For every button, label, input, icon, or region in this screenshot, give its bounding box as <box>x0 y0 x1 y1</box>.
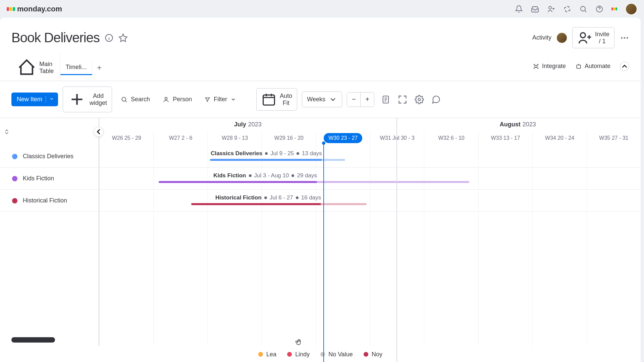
add-view-button[interactable]: + <box>92 60 106 75</box>
bar-label: Classics DeliveriesJul 9 - 2513 days <box>211 150 322 157</box>
favorite-star-icon[interactable] <box>118 33 128 43</box>
svg-point-5 <box>621 37 623 39</box>
svg-point-0 <box>549 6 551 9</box>
svg-point-13 <box>418 98 421 101</box>
week-header[interactable]: W33 13 - 17 <box>478 131 532 145</box>
add-widget-button[interactable]: Add widget <box>63 86 112 112</box>
activity-avatar[interactable] <box>557 33 567 43</box>
info-icon[interactable] <box>104 33 114 43</box>
comment-icon[interactable] <box>431 95 441 104</box>
activity-label[interactable]: Activity <box>532 34 551 41</box>
svg-point-7 <box>627 37 628 39</box>
invite-button[interactable]: Invite / 1 <box>572 27 614 48</box>
settings-gear-icon[interactable] <box>415 95 424 104</box>
search-button[interactable]: Search <box>117 93 154 106</box>
app-name: monday.com <box>17 5 62 13</box>
svg-rect-11 <box>263 95 275 105</box>
group-label[interactable]: Classics Deliveries <box>0 145 99 167</box>
view-tabs: Main Table Timeli... + Integrate Automat… <box>0 48 641 81</box>
floating-pill <box>11 337 55 343</box>
app-logo[interactable]: monday.com <box>7 5 62 13</box>
svg-point-6 <box>624 37 626 39</box>
period-select[interactable]: Weeks <box>302 92 342 107</box>
legend-item[interactable]: Lindy <box>287 351 310 358</box>
timeline-bar[interactable] <box>191 203 367 205</box>
bar-label: Historical FictionJul 6 - 2716 days <box>215 194 321 201</box>
svg-point-4 <box>580 33 585 38</box>
global-topbar: monday.com <box>0 0 644 18</box>
timeline-row: Historical FictionHistorical FictionJul … <box>0 190 641 212</box>
inbox-icon[interactable] <box>531 5 539 13</box>
week-header[interactable]: W35 27 - 31 <box>587 131 641 145</box>
bar-label: Kids FictionJul 3 - Aug 1029 days <box>213 172 317 179</box>
legend-item[interactable]: Noy <box>364 351 382 358</box>
automate-button[interactable]: Automate <box>575 63 610 70</box>
timeline-bar[interactable] <box>210 159 345 161</box>
zoom-in-button[interactable]: + <box>361 93 374 107</box>
timeline-header: July 2023August 2023W26 25 - 29W27 2 - 6… <box>0 118 641 145</box>
collapse-header-button[interactable] <box>620 62 629 71</box>
invite-icon[interactable] <box>547 5 555 13</box>
chevron-down-icon <box>329 95 337 104</box>
week-header[interactable]: W34 20 - 24 <box>532 131 586 145</box>
board-card: Book Deliveries Activity Invite / 1 Main… <box>0 18 641 362</box>
product-switcher-icon[interactable] <box>611 7 617 10</box>
notifications-icon[interactable] <box>515 5 523 13</box>
board-title[interactable]: Book Deliveries <box>11 30 100 45</box>
board-header: Book Deliveries Activity Invite / 1 <box>0 18 641 48</box>
week-header[interactable]: W30 23 - 27 <box>316 131 370 145</box>
week-header[interactable]: W26 25 - 29 <box>99 131 153 145</box>
week-header[interactable]: W29 16 - 20 <box>262 131 316 145</box>
timeline-row: Classics DeliveriesClassics DeliveriesJu… <box>0 145 641 168</box>
chevron-down-icon[interactable] <box>46 96 54 103</box>
timeline-view: July 2023August 2023W26 25 - 29W27 2 - 6… <box>0 118 641 362</box>
group-label[interactable]: Historical Fiction <box>0 190 99 212</box>
user-avatar[interactable] <box>625 3 637 15</box>
svg-point-10 <box>165 97 167 100</box>
more-options-icon[interactable] <box>620 33 629 43</box>
zoom-out-button[interactable]: − <box>347 93 361 107</box>
person-filter-button[interactable]: Person <box>159 93 196 106</box>
board-toolbar: New Item Add widget Search Person Filter… <box>0 81 641 118</box>
fullscreen-icon[interactable] <box>398 95 407 104</box>
filter-button[interactable]: Filter <box>201 93 240 106</box>
search-icon[interactable] <box>579 5 587 13</box>
tab-timeline[interactable]: Timeli... <box>60 60 92 75</box>
integrate-button[interactable]: Integrate <box>533 63 566 70</box>
export-icon[interactable] <box>381 95 390 104</box>
legend-item[interactable]: Lea <box>258 351 276 358</box>
week-header[interactable]: W32 6 - 10 <box>424 131 478 145</box>
week-header[interactable]: W31 Jul 30 - 3 <box>370 131 424 145</box>
timeline-row: Kids FictionKids FictionJul 3 - Aug 1029… <box>0 168 641 190</box>
group-label[interactable]: Kids Fiction <box>0 168 99 189</box>
timeline-bar[interactable] <box>159 181 469 183</box>
svg-point-1 <box>581 6 585 11</box>
svg-rect-8 <box>577 65 581 68</box>
legend-item[interactable]: No Value <box>320 351 353 358</box>
tab-main-table[interactable]: Main Table <box>11 54 60 81</box>
week-header[interactable]: W27 2 - 6 <box>153 131 207 145</box>
auto-fit-button[interactable]: Auto Fit <box>256 88 297 111</box>
chevron-down-icon <box>230 97 236 102</box>
svg-point-9 <box>122 97 126 101</box>
week-header[interactable]: W28 9 - 13 <box>208 131 262 145</box>
new-item-button[interactable]: New Item <box>11 93 58 106</box>
timeline-legend: LeaLindyNo ValueNoy <box>0 346 641 362</box>
scroll-left-button[interactable] <box>94 127 104 137</box>
zoom-group: − + <box>347 92 374 107</box>
sort-handle-icon[interactable] <box>3 128 10 135</box>
help-icon[interactable] <box>595 5 603 13</box>
apps-icon[interactable] <box>563 5 571 13</box>
